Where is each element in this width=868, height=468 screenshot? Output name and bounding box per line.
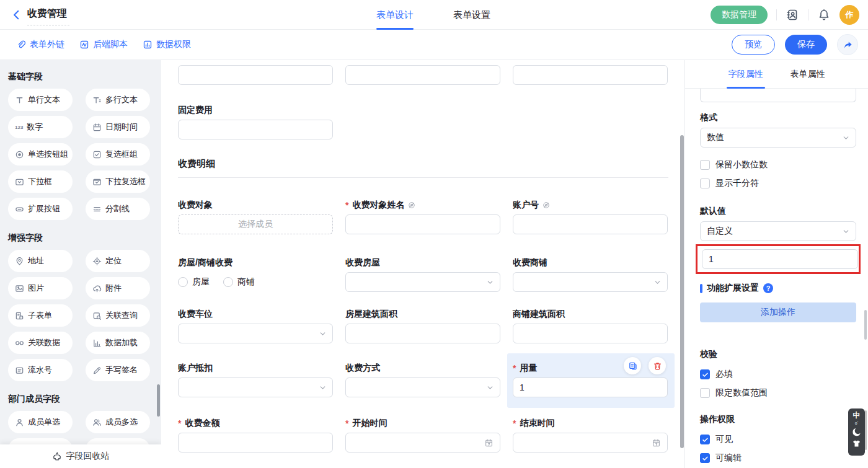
account-no-field[interactable]: 账户号 xyxy=(513,199,668,234)
field-pill-divider[interactable]: 分割线 xyxy=(86,198,150,220)
radio-icon[interactable] xyxy=(223,277,233,287)
account-deduct-field[interactable]: 账户抵扣 xyxy=(178,362,333,397)
checkbox-checked-icon[interactable] xyxy=(700,369,710,379)
house-area-field[interactable]: 房屋建筑面积 xyxy=(345,308,500,343)
radio-icon[interactable] xyxy=(178,277,188,287)
tab-field-properties[interactable]: 字段属性 xyxy=(728,60,763,89)
editable-checkbox[interactable]: 可编辑 xyxy=(700,452,856,464)
delete-field-button[interactable] xyxy=(649,357,666,374)
canvas-scrollbar[interactable] xyxy=(680,135,684,448)
form-input[interactable] xyxy=(345,65,500,85)
data-permission-button[interactable]: 数据权限 xyxy=(143,39,191,50)
charge-target-name-field[interactable]: *收费对象姓名 xyxy=(345,199,500,234)
field-pill-attachment[interactable]: 附件 xyxy=(86,277,150,299)
preview-button[interactable]: 预览 xyxy=(732,35,775,55)
selected-field-highlight[interactable]: *用量 xyxy=(507,353,675,408)
browser-extension-widget[interactable]: 中 oʻ xyxy=(848,408,865,456)
field-pill-signature[interactable]: 手写签名 xyxy=(86,359,150,381)
end-time-picker[interactable] xyxy=(513,433,668,453)
field-pill-member-single[interactable]: 成员单选 xyxy=(8,411,73,433)
field-recycle-bin[interactable]: 字段回收站 xyxy=(0,444,161,468)
default-type-select[interactable]: 自定义 xyxy=(700,221,856,241)
visible-checkbox[interactable]: 可见 xyxy=(700,433,856,446)
back-button[interactable] xyxy=(10,8,24,22)
field-pill-subform[interactable]: 子表单 xyxy=(8,304,73,327)
external-link-button[interactable]: 表单外链 xyxy=(16,39,64,50)
moon-icon[interactable] xyxy=(852,427,862,437)
range-limit-checkbox[interactable]: 限定数值范围 xyxy=(700,387,856,399)
field-pill-address[interactable]: 地址 xyxy=(8,250,73,272)
user-avatar[interactable]: 作 xyxy=(839,5,859,25)
notification-bell-icon[interactable] xyxy=(817,8,831,22)
format-select[interactable]: 数值 xyxy=(700,128,856,148)
default-value-input[interactable] xyxy=(702,249,858,269)
field-pill-expand-button[interactable]: 扩展按钮 xyxy=(8,198,73,220)
tab-form-settings[interactable]: 表单设置 xyxy=(453,0,490,30)
form-input[interactable] xyxy=(513,214,668,234)
field-pill-related-data[interactable]: 关联数据 xyxy=(8,332,73,354)
translate-icon[interactable]: 中 xyxy=(853,412,861,420)
house-shop-charge-field[interactable]: 房屋/商铺收费 房屋 商铺 xyxy=(178,257,333,292)
field-pill-multi-select[interactable]: 下拉复选框 xyxy=(86,170,150,193)
tab-form-design[interactable]: 表单设计 xyxy=(376,0,414,30)
field-pill-image[interactable]: 图片 xyxy=(8,277,73,299)
end-time-field[interactable]: *结束时间 xyxy=(513,417,668,453)
start-time-field[interactable]: *开始时间 xyxy=(345,417,500,453)
field-pill-multi-text[interactable]: 多行文本 xyxy=(86,89,150,111)
form-input[interactable] xyxy=(345,324,500,343)
shop-area-field[interactable]: 商铺建筑面积 xyxy=(513,308,668,343)
charge-shop-field[interactable]: 收费商铺 xyxy=(513,257,668,292)
field-pill-data-load[interactable]: 数据加载 xyxy=(86,332,150,354)
checkbox-unchecked-icon[interactable] xyxy=(700,160,710,170)
radio-house[interactable]: 房屋 xyxy=(178,276,210,288)
charge-method-select[interactable] xyxy=(345,377,500,397)
field-pill-single-text[interactable]: 单行文本 xyxy=(8,89,73,111)
radio-shop[interactable]: 商铺 xyxy=(223,276,255,288)
help-icon[interactable]: ? xyxy=(763,283,773,293)
add-action-button[interactable]: 添加操作 xyxy=(700,302,856,322)
field-pill-select[interactable]: 下拉框 xyxy=(8,170,73,193)
charge-target-field[interactable]: 收费对象 选择成员 xyxy=(178,199,333,234)
charge-house-select[interactable] xyxy=(345,272,500,292)
backend-script-button[interactable]: 后端脚本 xyxy=(79,39,128,50)
shirt-icon[interactable] xyxy=(852,439,861,448)
charge-house-field[interactable]: 收费房屋 xyxy=(345,257,500,292)
form-input[interactable] xyxy=(345,214,500,234)
checkbox-checked-icon[interactable] xyxy=(700,435,710,444)
sidebar-scrollbar[interactable] xyxy=(157,384,160,417)
checkbox-unchecked-icon[interactable] xyxy=(700,179,710,188)
form-input[interactable] xyxy=(513,65,668,85)
member-picker[interactable]: 选择成员 xyxy=(178,214,333,234)
required-checkbox[interactable]: 必填 xyxy=(700,368,856,381)
save-button[interactable]: 保存 xyxy=(785,35,827,55)
charge-parking-field[interactable]: 收费车位 xyxy=(178,308,333,343)
page-scrollbar[interactable] xyxy=(865,410,867,450)
checkbox-unchecked-icon[interactable] xyxy=(700,388,710,398)
usage-input[interactable] xyxy=(513,377,668,397)
field-pill-radio-group[interactable]: 单选按钮组 xyxy=(8,143,73,166)
account-deduct-select[interactable] xyxy=(178,377,333,397)
charge-parking-select[interactable] xyxy=(178,324,333,343)
duplicate-field-button[interactable] xyxy=(624,357,641,374)
tab-form-properties[interactable]: 表单属性 xyxy=(790,60,825,89)
share-button[interactable] xyxy=(837,34,858,55)
field-pill-checkbox-group[interactable]: 复选框组 xyxy=(86,143,150,166)
charge-shop-select[interactable] xyxy=(513,272,668,292)
field-pill-member-multi[interactable]: 成员多选 xyxy=(86,411,150,433)
thousand-separator-checkbox[interactable]: 显示千分符 xyxy=(700,177,856,190)
field-name-input-partial[interactable] xyxy=(700,89,856,102)
checkbox-checked-icon[interactable] xyxy=(700,453,710,463)
panel-scrollbar[interactable] xyxy=(864,310,867,340)
form-input[interactable] xyxy=(513,324,668,343)
field-pill-datetime[interactable]: 日期时间 xyxy=(86,116,150,138)
field-pill-serial-number[interactable]: 流水号 xyxy=(8,359,73,381)
decimal-checkbox[interactable]: 保留小数位数 xyxy=(700,159,856,171)
form-input[interactable] xyxy=(178,433,333,453)
charge-amount-field[interactable]: *收费金额 xyxy=(178,417,333,453)
usage-field-selected[interactable]: *用量 xyxy=(513,362,668,397)
field-pill-number[interactable]: 123 数字 xyxy=(8,116,73,138)
field-pill-location[interactable]: 定位 xyxy=(86,250,150,272)
form-input[interactable] xyxy=(178,65,333,85)
charge-method-field[interactable]: 收费方式 xyxy=(345,362,500,397)
fixed-fee-input[interactable] xyxy=(178,120,333,139)
